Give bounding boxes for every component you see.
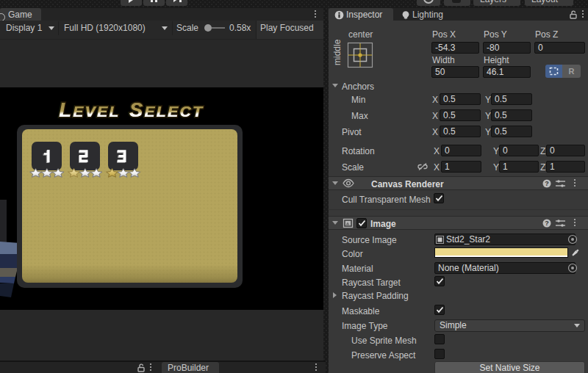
svg-text:?: ? (545, 220, 549, 227)
svg-text:?: ? (545, 180, 549, 187)
